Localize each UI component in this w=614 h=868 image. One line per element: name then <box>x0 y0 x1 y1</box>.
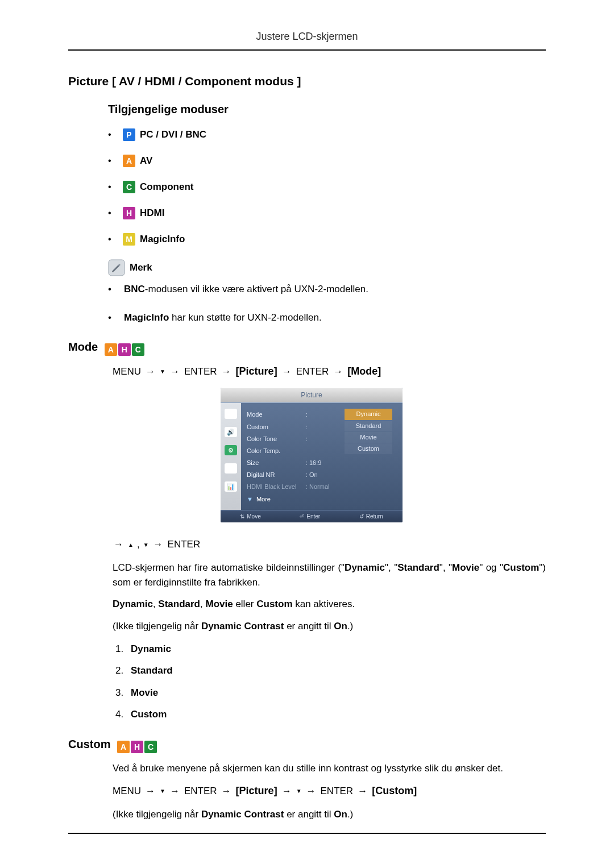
note-item: • BNC-modusen vil ikke være aktivert på … <box>108 282 546 297</box>
bracket-mode: [Mode] <box>347 364 381 380</box>
mode-content: MENU → ▼ → ENTER → [Picture] → ENTER → [… <box>113 364 546 722</box>
badge-c-icon: C <box>144 741 157 753</box>
kw-enter: ENTER <box>296 364 329 379</box>
arrow-right-icon: → <box>358 784 367 799</box>
note-text: BNC-modusen vil ikke være aktivert på UX… <box>124 282 368 297</box>
body-text: LCD-skjermen har fire automatiske bildei… <box>113 560 546 591</box>
osd-sound-icon: 🔊 <box>225 427 237 437</box>
arrow-right-icon: → <box>154 537 163 552</box>
list-item: Dynamic <box>126 642 546 657</box>
osd-option: Custom <box>345 443 392 454</box>
custom-section-title: Custom A H C <box>68 738 546 753</box>
osd-more-label: More <box>256 495 271 504</box>
section-title: Picture [ AV / HDMI / Component modus ] <box>68 74 546 88</box>
kw-menu: MENU <box>113 784 141 799</box>
bullet-dot: • <box>108 182 123 192</box>
bracket-picture: [Picture] <box>236 783 277 799</box>
badge-p-icon: P <box>123 128 135 141</box>
updown-icon: ⇅ <box>240 512 244 521</box>
mode-item-av: • A AV <box>108 155 546 167</box>
arrow-right-icon: → <box>114 537 123 552</box>
osd-row-label: Mode <box>247 410 306 420</box>
arrow-right-icon: → <box>222 784 231 799</box>
note-text: MagicInfo har kun støtte for UXN-2-model… <box>124 310 322 325</box>
nav-path-1: MENU → ▼ → ENTER → [Picture] → ENTER → [… <box>113 364 546 380</box>
note-label: Merk <box>130 262 152 273</box>
mode-label: MagicInfo <box>140 234 185 245</box>
note-item: • MagicInfo har kun støtte for UXN-2-mod… <box>108 310 546 325</box>
osd-picture-icon: 🖼 <box>225 409 237 419</box>
body-text: Dynamic, Standard, Movie eller Custom ka… <box>113 597 546 612</box>
document-page: Justere LCD-skjermen Picture [ AV / HDMI… <box>0 0 614 868</box>
osd-row-label: Color Temp. <box>247 446 306 456</box>
bullet-dot: • <box>108 310 116 325</box>
kw-menu: MENU <box>113 364 141 379</box>
triangle-down-icon: ▼ <box>160 369 165 375</box>
list-item: Custom <box>126 707 546 722</box>
note-pencil-icon <box>108 259 125 276</box>
kw-enter: ENTER <box>184 784 217 799</box>
mode-item-hdmi: • H HDMI <box>108 207 546 219</box>
mode-item-magicinfo: • M MagicInfo <box>108 233 546 246</box>
arrow-right-icon: → <box>333 364 343 379</box>
osd-info-icon: 📊 <box>225 481 237 492</box>
kw-enter: ENTER <box>321 784 354 799</box>
kw-enter: ENTER <box>168 537 201 552</box>
list-item: Standard <box>126 663 546 678</box>
bullet-dot: • <box>108 282 116 297</box>
osd-enter-hint: ⏎Enter <box>300 512 320 521</box>
osd-row-label: Custom <box>247 422 306 432</box>
numbered-list: Dynamic Standard Movie Custom <box>113 642 546 722</box>
arrow-right-icon: → <box>222 364 231 379</box>
badge-h-icon: H <box>131 741 143 753</box>
osd-option-selected: Dynamic <box>345 409 392 420</box>
osd-row-value: 16:9 <box>309 458 321 468</box>
page-header-title: Justere LCD-skjermen <box>256 31 358 42</box>
nav-path-3: MENU → ▼ → ENTER → [Picture] → ▼ → ENTER… <box>113 783 546 799</box>
osd-row-dim: HDMI Black Level : Normal <box>241 481 403 493</box>
bullet-dot: • <box>108 130 123 139</box>
mode-item-component: • C Component <box>108 181 546 193</box>
badge-m-icon: M <box>123 233 135 246</box>
badge-c-icon: C <box>123 181 135 193</box>
bullet-dot: • <box>108 156 123 165</box>
osd-screenshot: Picture 🖼 🔊 ⚙ ◎ 📊 Mode : <box>221 388 546 522</box>
triangle-down-icon: ▼ <box>143 542 149 548</box>
bullet-dot: • <box>108 235 123 244</box>
arrow-right-icon: → <box>306 784 316 799</box>
triangle-down-icon: ▼ <box>247 495 253 504</box>
osd-row-label: HDMI Black Level <box>247 482 306 492</box>
triangle-down-icon: ▼ <box>160 788 165 794</box>
osd-body: 🖼 🔊 ⚙ ◎ 📊 Mode : Custom : <box>221 403 403 509</box>
note-bullets: • BNC-modusen vil ikke være aktivert på … <box>108 282 546 325</box>
return-icon: ↺ <box>359 512 364 521</box>
body-text: Ved å bruke menyene på skjermen kan du s… <box>113 761 546 776</box>
list-item: Movie <box>126 686 546 700</box>
osd-move-hint: ⇅Move <box>240 512 260 521</box>
mode-chips: A H C <box>105 343 146 356</box>
modes-heading: Tilgjengelige moduser <box>108 103 546 116</box>
badge-a-icon: A <box>123 155 135 167</box>
osd-option: Standard <box>345 421 392 431</box>
badge-a-icon: A <box>117 741 130 753</box>
body-text: (Ikke tilgjengelig når Dynamic Contrast … <box>113 619 546 634</box>
osd-panel: Picture 🖼 🔊 ⚙ ◎ 📊 Mode : <box>221 388 403 522</box>
badge-h-icon: H <box>123 207 135 219</box>
osd-row-label: Digital NR <box>247 470 306 480</box>
arrow-right-icon: → <box>146 784 155 799</box>
osd-row-value: Normal <box>309 482 329 492</box>
bracket-custom: [Custom] <box>372 783 417 799</box>
page-header: Justere LCD-skjermen <box>68 31 546 51</box>
osd-options: Dynamic Standard Movie Custom <box>345 409 392 454</box>
mode-item-pc: • P PC / DVI / BNC <box>108 128 546 141</box>
osd-option: Movie <box>345 432 392 443</box>
osd-row-label: Size <box>247 458 306 468</box>
osd-row-label: Color Tone <box>247 434 306 444</box>
badge-a-icon: A <box>105 343 117 356</box>
osd-icon-column: 🖼 🔊 ⚙ ◎ 📊 <box>221 403 241 509</box>
badge-c-icon: C <box>132 343 144 356</box>
footer-rule <box>68 833 546 834</box>
body-text: (Ikke tilgjengelig når Dynamic Contrast … <box>113 807 546 822</box>
modes-list: • P PC / DVI / BNC • A AV • C Component … <box>108 128 546 246</box>
arrow-right-icon: → <box>146 364 155 379</box>
